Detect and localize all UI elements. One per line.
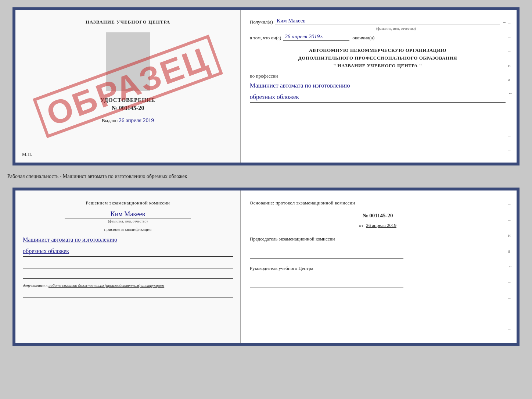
received-row: Получил(а) Ким Макеев – bbox=[250, 19, 506, 25]
date-prefix: от bbox=[359, 222, 363, 228]
blank-line-1 bbox=[23, 261, 233, 268]
bottom-right-content: Основание: протокол экзаменационной коми… bbox=[250, 199, 506, 288]
top-doc-right: Получил(а) Ким Макеев – (фамилия, имя, о… bbox=[241, 10, 517, 163]
bottom-doc-left: Решением экзаменационной комиссии Ким Ма… bbox=[15, 190, 241, 343]
bottom-name: Ким Макеев bbox=[23, 210, 233, 218]
mp-label: М.П. bbox=[22, 152, 32, 157]
blank-line-3 bbox=[23, 291, 233, 298]
top-doc-left: НАЗВАНИЕ УЧЕБНОГО ЦЕНТРА ОБРАЗЕЦ УДОСТОВ… bbox=[15, 10, 241, 163]
admission-text: допускается к работе согласно должностны… bbox=[23, 282, 233, 289]
photo-placeholder bbox=[106, 32, 150, 91]
protocol-date: от 26 апреля 2019 bbox=[250, 222, 506, 228]
org-line3: " НАЗВАНИЕ УЧЕБНОГО ЦЕНТРА " bbox=[250, 62, 506, 70]
head-label: Руководитель учебного Центра bbox=[250, 265, 506, 272]
qualification-value1: Машинист автомата по изготовлению bbox=[23, 235, 233, 245]
head-sig-line bbox=[250, 281, 403, 288]
cert-label: УДОСТОВЕРЕНИЕ bbox=[23, 97, 233, 103]
top-document: НАЗВАНИЕ УЧЕБНОГО ЦЕНТРА ОБРАЗЕЦ УДОСТОВ… bbox=[12, 7, 520, 165]
protocol-date-value: 26 апреля 2019 bbox=[366, 222, 396, 228]
name-underline bbox=[65, 218, 191, 218]
profession-value1: Машинист автомата по изготовлению bbox=[250, 81, 506, 91]
bottom-doc-right: Основание: протокол экзаменационной коми… bbox=[241, 190, 517, 343]
head-block: Руководитель учебного Центра bbox=[250, 265, 506, 288]
qualification-label: присвоена квалификация bbox=[23, 227, 233, 232]
recipient-name: Ким Макеев bbox=[277, 18, 306, 24]
issued-date-value: 26 апреля 2019 bbox=[119, 117, 154, 123]
basis-title: Основание: протокол экзаменационной коми… bbox=[250, 199, 506, 207]
chairman-label: Председатель экзаменационной комиссии bbox=[250, 236, 506, 242]
date-row: в том, что он(а) 26 апреля 2019г. окончи… bbox=[250, 35, 506, 41]
chairman-block: Председатель экзаменационной комиссии bbox=[250, 236, 506, 259]
org-block: АВТОНОМНУЮ НЕКОММЕРЧЕСКУЮ ОРГАНИЗАЦИЮ ДО… bbox=[250, 47, 506, 70]
qualification-value2: обрезных обложек bbox=[23, 247, 233, 257]
margin-lines-bottom: – – и а ← – – – – bbox=[508, 190, 513, 343]
date-label: в том, что он(а) bbox=[250, 35, 281, 41]
recipient-sub: (фамилия, имя, отчество) bbox=[287, 26, 506, 31]
decision-title: Решением экзаменационной комиссии bbox=[23, 199, 233, 207]
description-text: Рабочая специальность - Машинист автомат… bbox=[7, 171, 187, 182]
dash: – bbox=[503, 19, 506, 25]
admission-label: допускается к bbox=[23, 283, 47, 288]
date-field-line: 26 апреля 2019г. bbox=[283, 40, 349, 41]
bottom-left-content: Решением экзаменационной комиссии Ким Ма… bbox=[23, 199, 233, 298]
org-line2: ДОПОЛНИТЕЛЬНОГО ПРОФЕССИОНАЛЬНОГО ОБРАЗО… bbox=[250, 54, 506, 62]
profession-value2: обрезных обложек bbox=[250, 93, 506, 103]
school-name-top: НАЗВАНИЕ УЧЕБНОГО ЦЕНТРА bbox=[23, 19, 233, 25]
date-value: 26 апреля 2019г. bbox=[285, 33, 323, 40]
issued-date: Выдано 26 апреля 2019 bbox=[23, 117, 233, 124]
chairman-sig-line bbox=[250, 251, 403, 259]
protocol-number: № 001145-20 bbox=[250, 213, 506, 219]
profession-label: по профессии bbox=[250, 73, 506, 79]
margin-lines-top: – – – и а ← – – – – bbox=[508, 10, 513, 163]
cert-number: № 001145-20 bbox=[23, 105, 233, 111]
issued-label: Выдано bbox=[102, 118, 118, 123]
bottom-document: Решением экзаменационной комиссии Ким Ма… bbox=[12, 188, 520, 346]
name-sub: (фамилия, имя, отчество) bbox=[23, 219, 233, 223]
received-label: Получил(а) bbox=[250, 19, 273, 25]
recipient-name-line: Ким Макеев bbox=[275, 25, 500, 25]
profession-block: по профессии Машинист автомата по изгото… bbox=[250, 73, 506, 103]
admission-underline: работе согласно должностным (производств… bbox=[48, 283, 164, 288]
blank-line-2 bbox=[23, 271, 233, 279]
finished-label: окончил(а) bbox=[352, 35, 374, 41]
org-line1: АВТОНОМНУЮ НЕКОММЕРЧЕСКУЮ ОРГАНИЗАЦИЮ bbox=[250, 47, 506, 54]
